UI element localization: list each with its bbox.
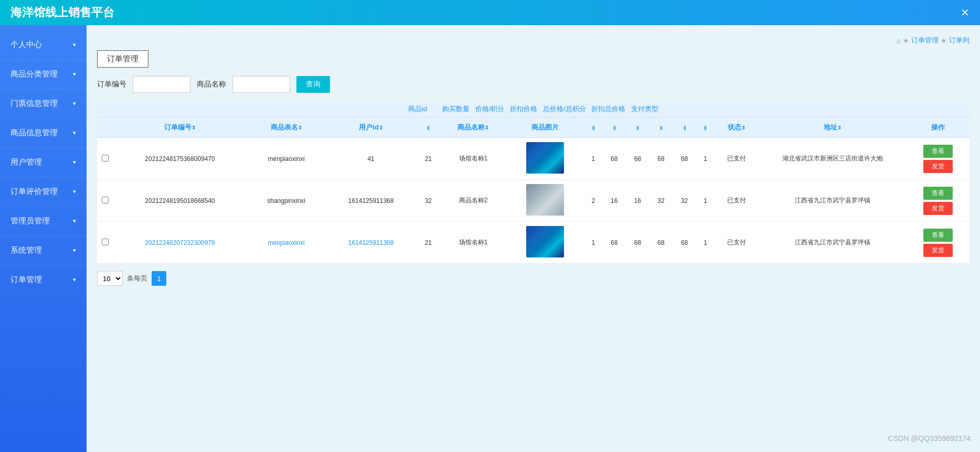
cell-product-id: 21 bbox=[417, 222, 440, 264]
col-total-discount[interactable]: ⇕ bbox=[673, 117, 696, 138]
cell-product-img bbox=[506, 138, 584, 180]
sidebar-item-order[interactable]: 订单管理 ▾ bbox=[0, 265, 87, 295]
cell-product-id: 21 bbox=[417, 138, 440, 180]
ship-button[interactable]: 发货 bbox=[923, 244, 953, 257]
product-name-input[interactable] bbox=[232, 76, 290, 93]
cell-buy-qty: 2 bbox=[584, 180, 602, 222]
breadcrumb-order-list: 订单列 bbox=[949, 36, 970, 45]
order-id-label: 订单编号 bbox=[97, 80, 126, 89]
chevron-down-icon-product: ▾ bbox=[73, 130, 76, 136]
cell-buy-qty: 1 bbox=[584, 138, 602, 180]
col-address[interactable]: 地址⇕ bbox=[759, 117, 907, 138]
sidebar-item-admin[interactable]: 管理员管理 ▾ bbox=[0, 207, 87, 236]
sidebar: 个人中心 ▾ 商品分类管理 ▾ 门票信息管理 ▾ 商品信息管理 ▾ 用户管理 ▾… bbox=[0, 25, 87, 452]
cell-action: 查看 发货 bbox=[907, 138, 970, 180]
row-checkbox[interactable] bbox=[102, 197, 109, 203]
close-button[interactable]: ✕ bbox=[961, 6, 970, 19]
product-image bbox=[526, 226, 564, 257]
star-icon-1: ★ bbox=[903, 37, 909, 45]
per-page-select[interactable]: 10 20 50 bbox=[97, 271, 123, 286]
cell-product-name: 商品名称2 bbox=[440, 180, 507, 222]
breadcrumb-order-mgmt[interactable]: 订单管理 bbox=[911, 36, 939, 45]
chevron-down-icon-system: ▾ bbox=[73, 247, 76, 254]
sidebar-label-personal: 个人中心 bbox=[10, 40, 42, 50]
row-checkbox[interactable] bbox=[102, 155, 109, 162]
sidebar-label-order: 订单管理 bbox=[10, 275, 42, 285]
query-button[interactable]: 查询 bbox=[296, 76, 330, 93]
row-checkbox-cell bbox=[97, 138, 113, 180]
chevron-down-icon-personal: ▾ bbox=[73, 41, 76, 48]
cell-discount-price: 68 bbox=[626, 138, 649, 180]
col-table-name[interactable]: 商品表名⇕ bbox=[247, 117, 325, 138]
product-image bbox=[526, 142, 564, 174]
cell-order-no: 20212248195018668540 bbox=[113, 180, 247, 222]
row-checkbox-cell bbox=[97, 222, 113, 264]
cell-pay-type: 1 bbox=[696, 138, 715, 180]
page-1-button[interactable]: 1 bbox=[152, 271, 166, 286]
cell-status: 已支付 bbox=[715, 138, 759, 180]
col-order-no[interactable]: 订单编号⇕ bbox=[113, 117, 247, 138]
chevron-down-icon-user: ▾ bbox=[73, 159, 76, 166]
table-row: 20212248175368009470 menpiaoxinxi 41 21 … bbox=[97, 138, 970, 180]
col-product-id[interactable]: ⇕ bbox=[417, 117, 440, 138]
sidebar-item-personal[interactable]: 个人中心 ▾ bbox=[0, 30, 87, 60]
row-checkbox[interactable] bbox=[102, 239, 109, 245]
col-price[interactable]: ⇕ bbox=[602, 117, 626, 138]
sidebar-item-system[interactable]: 系统管理 ▾ bbox=[0, 236, 87, 265]
col-buy-qty[interactable]: ⇕ bbox=[584, 117, 602, 138]
product-name-label: 商品名称 bbox=[197, 80, 226, 89]
pagination: 10 20 50 条每页 1 bbox=[97, 271, 970, 286]
app-header: 海洋馆线上销售平台 ✕ bbox=[0, 0, 980, 25]
star-icon-2: ★ bbox=[941, 37, 947, 45]
app-title: 海洋馆线上销售平台 bbox=[10, 5, 114, 20]
breadcrumb: ⌂ ★ 订单管理 ★ 订单列 bbox=[97, 36, 970, 45]
cell-total-discount: 32 bbox=[673, 180, 696, 222]
cell-total-discount: 68 bbox=[673, 222, 696, 264]
col-total-price[interactable]: ⇕ bbox=[649, 117, 673, 138]
cell-user-id: 1614125911368 bbox=[325, 222, 417, 264]
table-header-row: 订单编号⇕ 商品表名⇕ 用户id⇕ ⇕ 商品名称⇕ 商品图片 ⇕ ⇕ ⇕ ⇕ ⇕… bbox=[97, 117, 970, 138]
search-bar: 订单编号 商品名称 查询 bbox=[97, 76, 970, 93]
page-title-bar: 订单管理 bbox=[97, 50, 970, 68]
order-id-input[interactable] bbox=[133, 76, 190, 93]
col-pay-type[interactable]: ⇕ bbox=[696, 117, 715, 138]
sidebar-item-product[interactable]: 商品信息管理 ▾ bbox=[0, 119, 87, 148]
col-status[interactable]: 状态⇕ bbox=[715, 117, 759, 138]
chevron-down-icon-admin: ▾ bbox=[73, 218, 76, 224]
cell-action: 查看 发货 bbox=[907, 180, 970, 222]
ship-button[interactable]: 发货 bbox=[923, 202, 953, 215]
col-user-id[interactable]: 用户id⇕ bbox=[325, 117, 417, 138]
cell-status: 已支付 bbox=[715, 180, 759, 222]
sidebar-item-category[interactable]: 商品分类管理 ▾ bbox=[0, 60, 87, 89]
cell-total-price: 68 bbox=[649, 138, 673, 180]
cell-product-name: 场馆名称1 bbox=[440, 222, 507, 264]
row-checkbox-cell bbox=[97, 180, 113, 222]
cell-price: 68 bbox=[602, 138, 626, 180]
sidebar-label-ticket: 门票信息管理 bbox=[10, 99, 58, 109]
col-discount-price[interactable]: ⇕ bbox=[626, 117, 649, 138]
sidebar-label-category: 商品分类管理 bbox=[10, 69, 58, 79]
sidebar-item-ticket[interactable]: 门票信息管理 ▾ bbox=[0, 89, 87, 119]
cell-user-id: 41 bbox=[325, 138, 417, 180]
sidebar-item-user[interactable]: 用户管理 ▾ bbox=[0, 148, 87, 177]
order-table: 订单编号⇕ 商品表名⇕ 用户id⇕ ⇕ 商品名称⇕ 商品图片 ⇕ ⇕ ⇕ ⇕ ⇕… bbox=[97, 117, 970, 264]
chevron-down-icon-review: ▾ bbox=[73, 188, 76, 195]
cell-status: 已支付 bbox=[715, 222, 759, 264]
cell-buy-qty: 1 bbox=[584, 222, 602, 264]
home-icon: ⌂ bbox=[897, 37, 901, 45]
per-page-label: 条每页 bbox=[127, 274, 147, 283]
cell-table-name: shangpinxinxi bbox=[247, 180, 325, 222]
cell-product-img bbox=[506, 180, 584, 222]
view-button[interactable]: 查看 bbox=[923, 187, 953, 200]
ship-button[interactable]: 发货 bbox=[923, 160, 953, 173]
view-button[interactable]: 查看 bbox=[923, 145, 953, 158]
cell-discount-price: 68 bbox=[626, 222, 649, 264]
sidebar-item-review[interactable]: 订单评价管理 ▾ bbox=[0, 177, 87, 207]
col-product-name[interactable]: 商品名称⇕ bbox=[440, 117, 507, 138]
col-checkbox bbox=[97, 117, 113, 138]
sidebar-label-admin: 管理员管理 bbox=[10, 216, 50, 226]
cell-discount-price: 16 bbox=[626, 180, 649, 222]
chevron-down-icon-order: ▾ bbox=[73, 276, 76, 283]
col-product-img: 商品图片 bbox=[506, 117, 584, 138]
view-button[interactable]: 查看 bbox=[923, 229, 953, 242]
